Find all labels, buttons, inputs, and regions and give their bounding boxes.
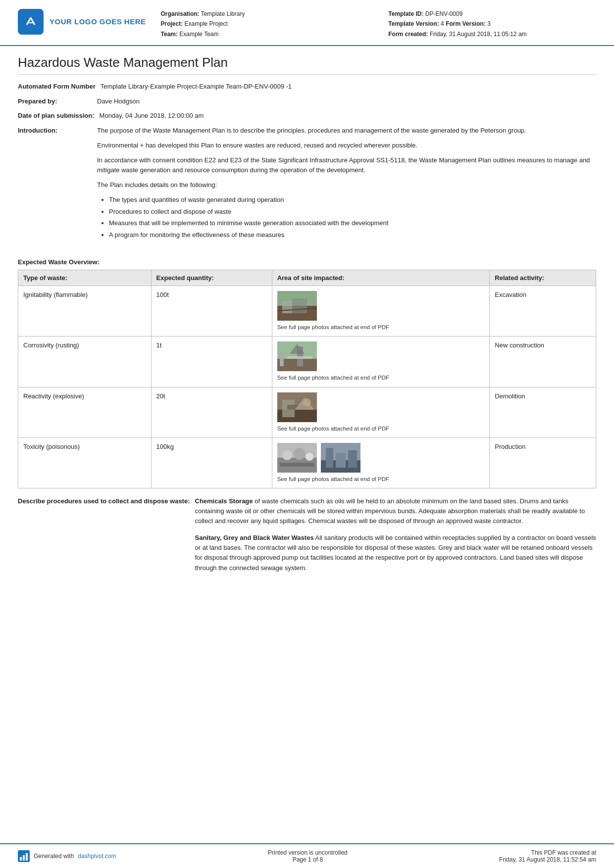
chemicals-storage-text: of waste chemicals such as oils will be … (195, 497, 585, 525)
svg-rect-8 (280, 351, 284, 366)
table-row: Ignitability (flammable) 100t (18, 286, 596, 337)
svg-rect-26 (326, 448, 333, 468)
waste-area-4: See full page photos attached at end of … (272, 437, 490, 488)
page-current: 1 (308, 856, 311, 863)
intro-para-3: In accordance with consent condition E22… (97, 155, 596, 175)
date-label: Date of plan submission: (18, 111, 100, 121)
photo-caption-3: See full page photos attached at end of … (277, 425, 485, 433)
photo-caption-1: See full page photos attached at end of … (277, 323, 485, 331)
footer-center: Printed version is uncontrolled Page 1 o… (268, 849, 348, 863)
photo-svg-4a (277, 443, 317, 473)
photo-svg-2 (277, 341, 317, 371)
logo-text: YOUR LOGO GOES HERE (50, 17, 146, 27)
photo-demolition (277, 392, 317, 422)
waste-qty-3: 20t (151, 387, 272, 437)
waste-table-section: Expected Waste Overview: Type of waste: … (18, 258, 596, 488)
photo-excavation (277, 291, 317, 321)
template-version-value: 4 (441, 20, 444, 27)
svg-rect-31 (23, 855, 25, 861)
dashpivot-link[interactable]: dashpivot.com (78, 853, 116, 860)
svg-point-20 (282, 450, 292, 460)
waste-type-2: Corrosivity (rusting) (18, 337, 152, 387)
photo-group-4 (277, 443, 485, 473)
sanitary-bold: Sanitary, Grey and Black Water Wastes (195, 534, 314, 541)
photo-svg-4b (321, 443, 360, 473)
team-value: Example Team (179, 31, 218, 38)
introduction-row: Introduction: The purpose of the Waste M… (18, 126, 596, 250)
bullet-list: The types and quantities of waste genera… (109, 195, 596, 240)
footer: Generated with dashpivot.com Printed ver… (0, 843, 614, 868)
procedures-content: Chemicals Storage of waste chemicals suc… (195, 496, 597, 580)
procedures-label: Describe procedures used to collect and … (18, 496, 195, 580)
prepared-by-value: Dave Hodgson (97, 96, 596, 106)
photo-construction (277, 341, 317, 371)
main-content: Hazardous Waste Management Plan Automate… (0, 46, 614, 843)
prepared-by-label: Prepared by: (18, 96, 97, 106)
org-label: Organisation: (161, 10, 200, 17)
procedures-row: Describe procedures used to collect and … (18, 496, 596, 580)
prepared-by-row: Prepared by: Dave Hodgson (18, 96, 596, 106)
header: YOUR LOGO GOES HERE Organisation: Templa… (0, 0, 614, 46)
logo-icon (18, 9, 44, 35)
svg-rect-23 (280, 463, 314, 467)
waste-area-2: See full page photos attached at end of … (272, 337, 490, 387)
svg-rect-32 (26, 853, 28, 861)
waste-area-1: See full page photos attached at end of … (272, 286, 490, 337)
table-row: Toxicity (poisonous) 100kg (18, 437, 596, 488)
chemicals-storage-bold: Chemicals Storage (195, 497, 253, 505)
svg-rect-3 (282, 301, 292, 313)
form-created-label: Form created: (388, 31, 428, 38)
waste-activity-1: Excavation (490, 286, 596, 337)
waste-activity-4: Production (490, 437, 596, 488)
generated-text: Generated with (34, 853, 74, 860)
bullet-2: Procedures to collect and dispose of was… (109, 207, 596, 217)
template-id-value: DP-ENV-0009 (425, 10, 462, 17)
table-row: Corrosivity (rusting) 1t (18, 337, 596, 387)
form-number-row: Automated Form Number Template Library-E… (18, 82, 596, 92)
waste-activity-2: New construction (490, 337, 596, 387)
logo-area: YOUR LOGO GOES HERE (18, 9, 146, 35)
introduction-label: Introduction: (18, 126, 97, 250)
waste-qty-2: 1t (151, 337, 272, 387)
procedures-para-2: Sanitary, Grey and Black Water Wastes Al… (195, 533, 597, 573)
page-total: 8 (319, 856, 323, 863)
photo-caption-4: See full page photos attached at end of … (277, 475, 485, 483)
introduction-content: The purpose of the Waste Management Plan… (97, 126, 596, 245)
form-created-value: Friday, 31 August 2018, 11:05:12 am (430, 31, 527, 38)
waste-type-1: Ignitability (flammable) (18, 286, 152, 337)
svg-point-17 (303, 398, 311, 406)
intro-para-1: The purpose of the Waste Management Plan… (97, 126, 596, 136)
photo-production-1 (277, 443, 317, 473)
form-version-label: Form Version: (446, 20, 486, 27)
page-title: Hazardous Waste Management Plan (18, 55, 596, 75)
svg-rect-27 (336, 453, 346, 468)
col-header-activity: Related activity: (490, 270, 596, 286)
waste-area-3: See full page photos attached at end of … (272, 387, 490, 437)
page-of: of (313, 856, 318, 863)
photo-production-2 (321, 443, 360, 473)
procedures-para-1: Chemicals Storage of waste chemicals suc… (195, 496, 597, 526)
svg-rect-28 (348, 450, 357, 468)
project-label: Project: (161, 20, 183, 27)
col-header-type: Type of waste: (18, 270, 152, 286)
bullet-4: A program for monitoring the effectivene… (109, 230, 596, 240)
uncontrolled-text: Printed version is uncontrolled (268, 849, 348, 856)
pdf-created-text: This PDF was created at (531, 849, 596, 856)
header-meta: Organisation: Template Library Project: … (161, 9, 596, 39)
header-col-left: Organisation: Template Library Project: … (161, 9, 369, 39)
waste-qty-1: 100t (151, 286, 272, 337)
page-label: Page (293, 856, 307, 863)
photo-svg-3 (277, 392, 317, 422)
col-header-area: Area of site impacted: (272, 270, 490, 286)
bullet-3: Measures that will be implemented to min… (109, 218, 596, 228)
page: YOUR LOGO GOES HERE Organisation: Templa… (0, 0, 614, 868)
svg-rect-30 (20, 857, 22, 861)
svg-point-21 (294, 448, 306, 460)
org-value: Template Library (201, 10, 245, 17)
photo-caption-2: See full page photos attached at end of … (277, 374, 485, 382)
waste-activity-3: Demolition (490, 387, 596, 437)
project-value: Example Project (185, 20, 228, 27)
pdf-created-date: Friday, 31 August 2018, 11:52:54 am (499, 856, 596, 863)
waste-type-4: Toxicity (poisonous) (18, 437, 152, 488)
svg-point-22 (306, 453, 313, 461)
